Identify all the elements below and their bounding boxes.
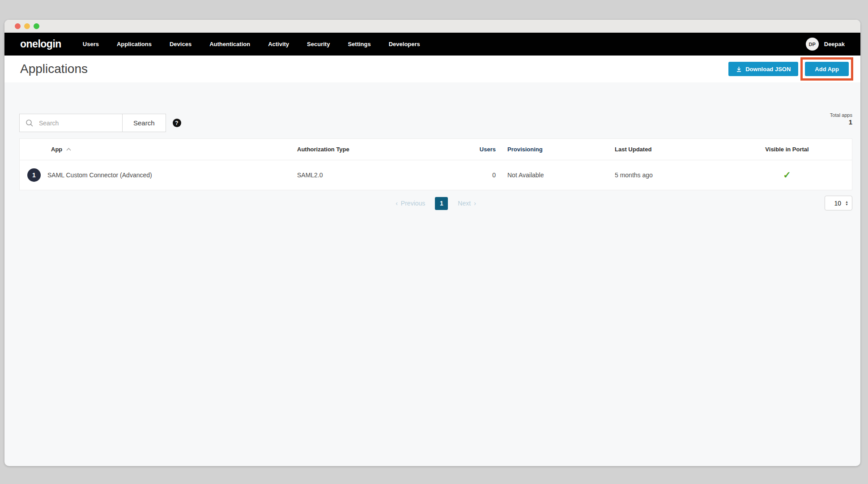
pagination: ‹ Previous 1 Next › 10 ▲ ▼ — [19, 196, 852, 211]
nav-item-settings[interactable]: Settings — [348, 41, 370, 47]
spinner-down-icon: ▼ — [845, 203, 848, 206]
current-page-button[interactable]: 1 — [435, 197, 448, 210]
zoom-window-icon[interactable] — [34, 23, 39, 29]
nav-item-devices[interactable]: Devices — [170, 41, 191, 47]
total-apps-label: Total apps — [830, 112, 852, 118]
search-group: Search ? — [19, 114, 181, 132]
nav-item-developers[interactable]: Developers — [389, 41, 420, 47]
search-box — [19, 114, 122, 132]
download-icon — [736, 66, 742, 72]
applications-table: App Authorization Type Users Provisionin… — [19, 138, 852, 190]
app-badge: 1 — [27, 168, 41, 182]
download-json-button[interactable]: Download JSON — [728, 62, 798, 76]
page-title: Applications — [20, 62, 88, 76]
nav-item-applications[interactable]: Applications — [117, 41, 152, 47]
column-header-app[interactable]: App — [20, 146, 297, 153]
nav-item-authentication[interactable]: Authentication — [209, 41, 250, 47]
chevron-left-icon: ‹ — [396, 200, 398, 207]
column-header-app-label: App — [51, 146, 62, 153]
auth-type-cell: SAML2.0 — [297, 171, 477, 179]
nav-item-security[interactable]: Security — [307, 41, 330, 47]
search-button[interactable]: Search — [122, 114, 166, 132]
app-window: onelogin Users Applications Devices Auth… — [4, 20, 860, 466]
close-window-icon[interactable] — [15, 23, 21, 29]
minimize-window-icon[interactable] — [24, 23, 30, 29]
column-header-visible-in-portal: Visible in Portal — [722, 146, 852, 153]
onelogin-logo[interactable]: onelogin — [20, 38, 61, 50]
table-row[interactable]: 1 SAML Custom Connector (Advanced) SAML2… — [20, 160, 852, 190]
page-size-value: 10 — [834, 200, 841, 207]
spinner-arrows-icon: ▲ ▼ — [845, 201, 848, 206]
add-app-button[interactable]: Add App — [805, 62, 849, 76]
total-apps: Total apps 1 — [830, 112, 852, 126]
page-size-select[interactable]: 10 ▲ ▼ — [825, 196, 852, 210]
help-icon[interactable]: ? — [173, 119, 181, 127]
add-app-highlight-outline: Add App — [800, 57, 853, 81]
download-json-label: Download JSON — [745, 66, 791, 73]
previous-label: Previous — [401, 200, 425, 207]
last-updated-cell: 5 months ago — [615, 171, 722, 179]
add-app-label: Add App — [815, 66, 839, 73]
user-name[interactable]: Deepak — [824, 41, 845, 47]
visible-check-icon: ✓ — [783, 170, 791, 180]
header-actions: Download JSON Add App — [728, 57, 853, 81]
provisioning-cell: Not Available — [498, 171, 615, 179]
column-header-provisioning[interactable]: Provisioning — [498, 146, 615, 153]
column-header-users[interactable]: Users — [477, 146, 498, 153]
next-page-button[interactable]: Next › — [458, 200, 476, 207]
chevron-right-icon: › — [474, 200, 476, 207]
table-header-row: App Authorization Type Users Provisionin… — [20, 139, 852, 160]
previous-page-button[interactable]: ‹ Previous — [396, 200, 425, 207]
toolbar: Search ? Total apps 1 — [19, 114, 852, 132]
top-navbar: onelogin Users Applications Devices Auth… — [4, 33, 860, 56]
nav-item-users[interactable]: Users — [83, 41, 99, 47]
total-apps-value: 1 — [830, 118, 852, 126]
app-name-link[interactable]: SAML Custom Connector (Advanced) — [47, 171, 152, 179]
user-menu[interactable]: DP Deepak — [806, 38, 845, 51]
next-label: Next — [458, 200, 471, 207]
sort-ascending-icon — [66, 148, 71, 151]
users-count-cell: 0 — [477, 171, 498, 179]
main-content: Search ? Total apps 1 App Authorization … — [4, 82, 860, 211]
column-header-authorization-type: Authorization Type — [297, 146, 477, 153]
nav-menu: Users Applications Devices Authenticatio… — [83, 41, 420, 47]
pager: ‹ Previous 1 Next › — [396, 197, 476, 210]
app-cell: 1 SAML Custom Connector (Advanced) — [20, 168, 297, 182]
column-header-last-updated: Last Updated — [615, 146, 722, 153]
macos-titlebar — [4, 20, 860, 33]
avatar[interactable]: DP — [806, 38, 819, 51]
nav-item-activity[interactable]: Activity — [268, 41, 289, 47]
page-header: Applications Download JSON Add App — [4, 56, 860, 82]
search-input[interactable] — [39, 120, 118, 127]
visible-in-portal-cell: ✓ — [722, 170, 852, 180]
search-icon — [26, 119, 34, 127]
